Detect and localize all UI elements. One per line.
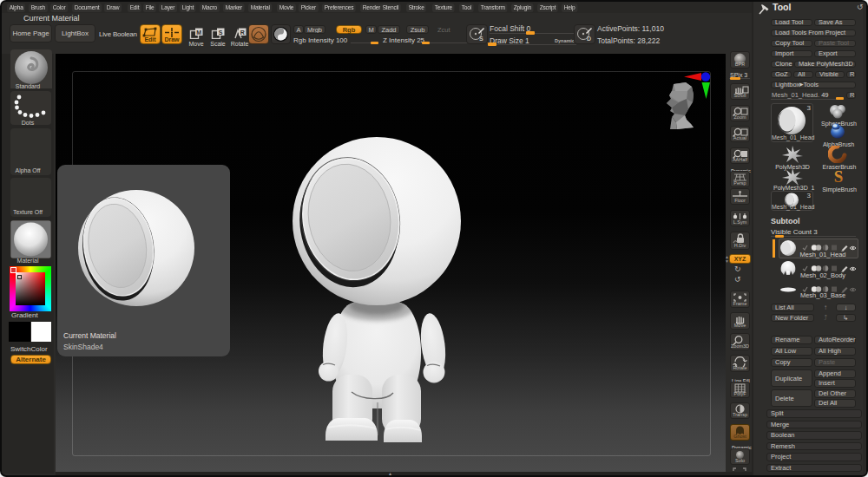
svg-text:M: M xyxy=(196,29,201,36)
svg-text:D: D xyxy=(587,36,591,42)
svg-text:S: S xyxy=(834,168,844,186)
svg-text:S: S xyxy=(479,36,483,42)
svg-text:S: S xyxy=(219,29,223,36)
svg-text:R: R xyxy=(240,29,245,36)
